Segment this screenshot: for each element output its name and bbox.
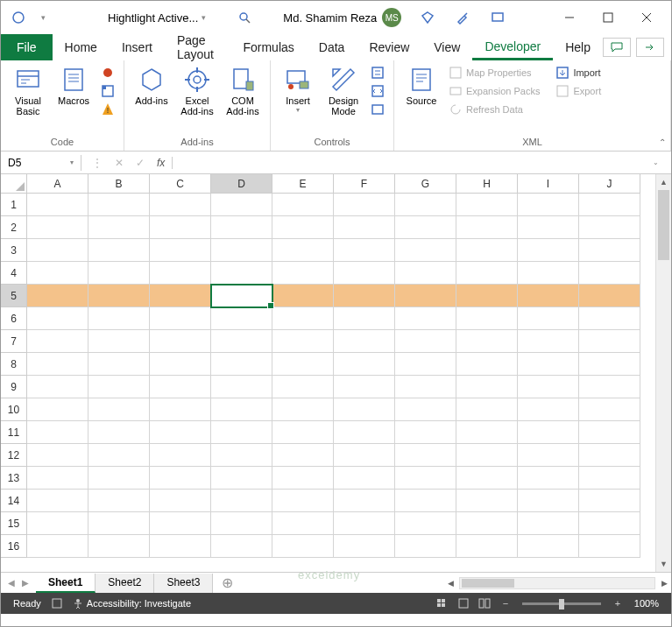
cell[interactable] [395, 307, 456, 330]
cell[interactable] [150, 307, 211, 330]
cell[interactable] [88, 285, 150, 307]
sheet-tab-sheet2[interactable]: Sheet2 [95, 574, 154, 593]
cell[interactable] [395, 421, 456, 444]
cell[interactable] [518, 194, 579, 216]
cell[interactable] [456, 467, 518, 490]
cell[interactable] [518, 307, 579, 330]
cell[interactable] [334, 194, 395, 216]
cell[interactable] [334, 285, 395, 307]
cell[interactable] [150, 376, 211, 398]
cell[interactable] [456, 444, 518, 467]
cell[interactable] [27, 194, 88, 216]
cell[interactable] [150, 444, 211, 467]
tab-developer[interactable]: Developer [472, 34, 553, 60]
horizontal-scrollbar[interactable] [459, 577, 655, 589]
sheet-tab-sheet3[interactable]: Sheet3 [154, 574, 213, 593]
cell[interactable] [456, 490, 518, 512]
fx-icon[interactable]: fx [157, 157, 173, 169]
cell[interactable] [211, 330, 272, 353]
cell[interactable] [150, 535, 211, 558]
cell[interactable] [27, 353, 88, 376]
column-header[interactable]: A [27, 174, 88, 194]
chevron-down-icon[interactable]: ▾ [70, 159, 74, 166]
import-button[interactable]: Import [552, 64, 605, 81]
column-header[interactable]: F [334, 174, 395, 194]
cell[interactable] [150, 330, 211, 353]
cell[interactable] [334, 216, 395, 239]
row-header[interactable]: 14 [1, 490, 27, 512]
cell[interactable] [395, 330, 456, 353]
cell[interactable] [395, 262, 456, 285]
column-header[interactable]: E [272, 174, 334, 194]
cell[interactable] [150, 421, 211, 444]
cell[interactable] [334, 512, 395, 535]
tab-page-layout[interactable]: Page Layout [165, 34, 231, 60]
cell[interactable] [27, 330, 88, 353]
cell[interactable] [272, 239, 334, 262]
cell[interactable] [272, 421, 334, 444]
cell[interactable] [334, 398, 395, 421]
column-header[interactable]: I [518, 174, 579, 194]
cell[interactable] [579, 421, 640, 444]
cell[interactable] [211, 421, 272, 444]
cell[interactable] [150, 262, 211, 285]
minimize-button[interactable] [550, 4, 589, 32]
cell[interactable] [334, 467, 395, 490]
cell[interactable] [27, 421, 88, 444]
column-header[interactable]: C [150, 174, 211, 194]
expand-formula-icon[interactable]: ⌄ [653, 159, 666, 166]
cell[interactable] [334, 444, 395, 467]
cell[interactable] [211, 398, 272, 421]
row-header[interactable]: 2 [1, 216, 27, 239]
zoom-slider[interactable] [522, 602, 601, 605]
row-header[interactable]: 15 [1, 512, 27, 535]
cell[interactable] [272, 398, 334, 421]
tab-home[interactable]: Home [53, 34, 110, 60]
scroll-down-icon[interactable]: ▼ [656, 556, 671, 572]
zoom-level[interactable]: 100% [629, 598, 664, 609]
cell[interactable] [579, 490, 640, 512]
file-tab[interactable]: File [1, 34, 53, 60]
com-addins-button[interactable]: COM Add-ins [221, 64, 265, 118]
excel-addins-button[interactable]: Excel Add-ins [175, 64, 219, 118]
cell[interactable] [27, 467, 88, 490]
collapse-ribbon-icon[interactable]: ⌃ [659, 137, 666, 147]
record-macro-button[interactable] [97, 64, 118, 81]
close-button[interactable] [627, 4, 666, 32]
cell[interactable] [518, 239, 579, 262]
cell[interactable] [518, 330, 579, 353]
cell[interactable] [88, 194, 150, 216]
macro-record-icon[interactable] [46, 598, 67, 609]
cell[interactable] [272, 512, 334, 535]
column-header[interactable]: H [456, 174, 518, 194]
cell[interactable] [395, 239, 456, 262]
accessibility-status[interactable]: Accessibility: Investigate [67, 598, 196, 609]
cell[interactable] [518, 535, 579, 558]
row-header[interactable]: 3 [1, 239, 27, 262]
zoom-out-button[interactable]: − [496, 595, 515, 611]
formula-bar[interactable]: ⌄ [183, 157, 671, 168]
cell[interactable] [88, 239, 150, 262]
cell[interactable] [579, 467, 640, 490]
cell[interactable] [150, 467, 211, 490]
cell[interactable] [518, 353, 579, 376]
cell[interactable] [150, 353, 211, 376]
cell[interactable] [579, 535, 640, 558]
cell[interactable] [272, 216, 334, 239]
search-icon[interactable] [232, 5, 257, 30]
row-header[interactable]: 13 [1, 467, 27, 490]
cell[interactable] [211, 194, 272, 216]
column-header[interactable]: D [211, 174, 272, 194]
row-header[interactable]: 11 [1, 421, 27, 444]
hscroll-left-icon[interactable]: ◀ [443, 579, 457, 588]
cell[interactable] [518, 376, 579, 398]
column-header[interactable]: G [395, 174, 456, 194]
cell[interactable] [272, 535, 334, 558]
vscroll-thumb[interactable] [658, 190, 669, 260]
cell[interactable] [211, 216, 272, 239]
cell[interactable] [456, 307, 518, 330]
cell[interactable] [518, 262, 579, 285]
cell[interactable] [88, 330, 150, 353]
cell[interactable] [456, 262, 518, 285]
cell[interactable] [211, 262, 272, 285]
